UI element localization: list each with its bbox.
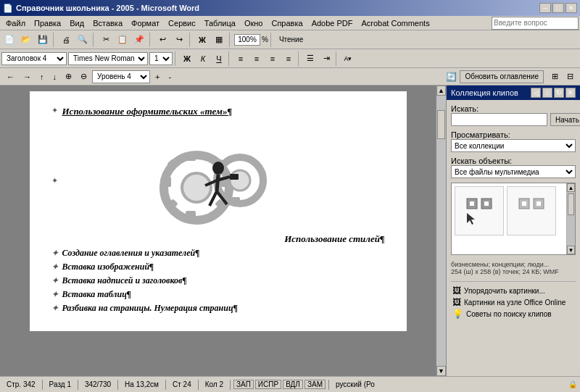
minimize-button[interactable]: ─ (539, 3, 551, 13)
align-right[interactable]: ≡ (265, 52, 280, 65)
thumb-svg-2 (513, 193, 550, 229)
copy-button[interactable]: 📋 (115, 33, 130, 47)
print-button[interactable]: 🖨 (58, 33, 74, 47)
save-button[interactable]: 💾 (35, 33, 51, 47)
update-toc-button[interactable]: Обновить оглавление (460, 70, 544, 83)
objects-section: Искать объекты: Все файлы мультимедиа (451, 157, 576, 178)
align-left[interactable]: ≡ (233, 52, 248, 65)
color-button[interactable]: A▾ (341, 52, 355, 65)
undo-button[interactable]: ↩ (154, 33, 170, 47)
thumb-svg-1 (461, 193, 497, 229)
clip-action-2[interactable]: 💡 Советы по поиску клипов (451, 308, 576, 320)
clip-refresh-btn[interactable]: ↻ (554, 88, 564, 98)
outline-demote[interactable]: ⊖ (77, 70, 91, 83)
bold-button[interactable]: Ж (180, 52, 194, 65)
svg-rect-22 (230, 174, 239, 180)
doc-scroll: ✦ Использование оформительских «тем»¶ ✦ (0, 86, 436, 376)
scroll-down-btn[interactable]: ▼ (436, 366, 446, 376)
results-scroll-thumb[interactable] (568, 193, 574, 215)
open-button[interactable]: 📂 (18, 33, 34, 47)
size-select[interactable]: 14 (149, 52, 173, 65)
svg-marker-27 (467, 213, 475, 225)
style-select[interactable]: Заголовок 4 (1, 52, 67, 65)
menu-window[interactable]: Окно (240, 17, 268, 29)
menu-view[interactable]: Вид (65, 17, 88, 29)
italic-button[interactable]: К (196, 52, 210, 65)
menu-file[interactable]: Файл (1, 17, 30, 29)
browse-select[interactable]: Все коллекции (451, 139, 576, 152)
results-scroll-up[interactable]: ▲ (567, 183, 575, 192)
outline-up[interactable]: ↑ (36, 70, 48, 83)
menu-table[interactable]: Таблица (200, 17, 240, 29)
bold-tb[interactable]: Ж (194, 33, 210, 47)
menu-adobe[interactable]: Adobe PDF (307, 17, 357, 29)
menu-edit[interactable]: Правка (30, 17, 65, 29)
font-select[interactable]: Times New Roman (68, 52, 148, 65)
clip-action-0[interactable]: 🖼 Упорядочить картинки... (451, 285, 576, 296)
cross-1: ✦ (51, 262, 58, 272)
menu-help[interactable]: Справка (267, 17, 307, 29)
clip-search-input[interactable] (451, 113, 547, 126)
list-button[interactable]: ☰ (303, 52, 318, 65)
preview-button[interactable]: 🔍 (75, 33, 91, 47)
status-sep-0 (42, 380, 43, 390)
clip-close-btn[interactable]: ✕ (566, 88, 576, 98)
clip-info: бизнесмены; концепции; люди... 254 (ш) х… (451, 259, 576, 277)
outline-down[interactable]: ↓ (49, 70, 61, 83)
paste-button[interactable]: 📌 (131, 33, 147, 47)
menu-insert[interactable]: Вставка (88, 17, 127, 29)
scroll-track[interactable] (436, 96, 446, 366)
extra-btn-2[interactable]: ⊟ (563, 70, 577, 83)
results-scrollbar[interactable]: ▲ ▼ (566, 183, 575, 254)
redo-button[interactable]: ↪ (171, 33, 187, 47)
objects-select[interactable]: Все файлы мультимедиа (451, 165, 576, 178)
clip-thumb-2[interactable] (507, 186, 556, 235)
align-justify[interactable]: ≡ (281, 52, 296, 65)
outline-left[interactable]: ← (3, 70, 18, 83)
status-sep-6 (328, 380, 329, 390)
svg-point-16 (212, 162, 224, 175)
align-center[interactable]: ≡ (249, 52, 264, 65)
browse-section: Просматривать: Все коллекции (451, 130, 576, 152)
status-sep-4 (198, 380, 199, 390)
heading-cross: ✦ (51, 106, 58, 115)
clip-action-1[interactable]: 🖼 Картинки на узле Office Online (451, 296, 576, 308)
zoom-input[interactable] (234, 34, 260, 46)
underline-button[interactable]: Ч (212, 52, 226, 65)
level-select[interactable]: Уровень 4 (92, 70, 150, 83)
results-scroll-down[interactable]: ▼ (567, 246, 575, 254)
columns-button[interactable]: ▦ (211, 33, 227, 47)
status-lang: русский (Ро (332, 380, 378, 389)
outline-right[interactable]: → (20, 70, 35, 83)
browse-label: Просматривать: (451, 130, 576, 139)
scroll-thumb[interactable] (437, 110, 445, 139)
list-item-0: ✦ Создание оглавления и указателей¶ (51, 248, 385, 259)
menu-tools[interactable]: Сервис (164, 17, 200, 29)
search-row: Начать (451, 113, 576, 126)
list-item-2: ✦ Вставка надписей и заголовков¶ (51, 275, 385, 286)
status-pages: 342/730 (81, 380, 115, 389)
outline-collapse[interactable]: - (165, 70, 175, 83)
doc-heading: Использование оформительских «тем»¶ (62, 106, 232, 117)
new-button[interactable]: 📄 (1, 33, 17, 47)
svg-rect-29 (522, 201, 526, 206)
title-bar: 📄 Справочник школьника - 2005 - Microsof… (0, 0, 580, 16)
extra-btn-1[interactable]: ⊞ (548, 70, 562, 83)
toolbar-sep-6 (270, 33, 273, 47)
ask-input[interactable] (492, 17, 579, 30)
indent-button[interactable]: ⇥ (319, 52, 334, 65)
maximize-button[interactable]: □ (552, 3, 564, 13)
doc-vertical-scrollbar[interactable]: ▲ ▼ (436, 86, 446, 376)
outline-promote[interactable]: ⊕ (62, 70, 75, 83)
menu-format[interactable]: Формат (127, 17, 164, 29)
reading-button[interactable]: Чтение (276, 33, 307, 47)
close-button[interactable]: ✕ (566, 3, 577, 13)
menu-acrobat[interactable]: Acrobat Comments (357, 17, 434, 29)
cut-button[interactable]: ✂ (98, 33, 114, 47)
clip-start-button[interactable]: Начать (550, 113, 580, 126)
clip-back-btn[interactable]: ◁ (531, 88, 541, 98)
clip-thumb-1[interactable] (455, 186, 504, 235)
clip-home-btn[interactable]: ⌂ (542, 88, 552, 98)
outline-expand[interactable]: + (152, 70, 163, 83)
scroll-up-btn[interactable]: ▲ (436, 86, 446, 96)
